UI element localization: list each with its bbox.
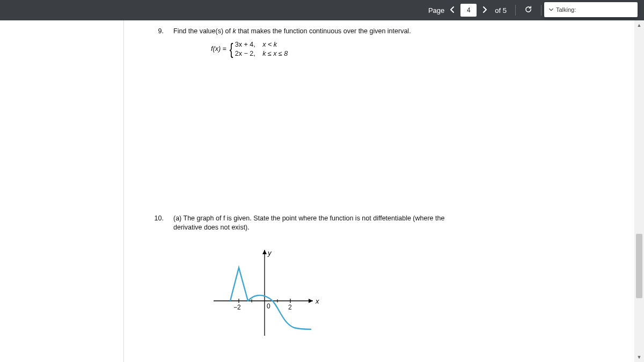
scroll-down-button[interactable]: ▼ [634, 352, 644, 362]
refresh-button[interactable] [522, 3, 535, 17]
page-label: Page [428, 6, 444, 14]
tick-label-0: 0 [267, 302, 270, 310]
y-axis-arrow-icon [262, 250, 267, 254]
left-brace-icon: { [229, 41, 233, 57]
chevron-right-icon [482, 6, 487, 13]
piecewise-cond-1: x < k [262, 41, 277, 48]
question-9: 9. Find the value(s) of k that makes the… [140, 27, 504, 58]
toolbar-divider [541, 5, 541, 16]
scroll-up-button[interactable]: ▲ [634, 20, 644, 30]
page-divider [123, 20, 124, 362]
graph-curve-right [248, 295, 311, 329]
scroll-thumb[interactable] [636, 234, 642, 298]
piecewise-expr-2: 2x − 2, [235, 50, 255, 57]
text: (a) The graph of f is given. State the p… [173, 215, 444, 231]
next-page-button[interactable] [480, 4, 489, 17]
graph-svg: y x −2 0 2 [206, 239, 324, 341]
vertical-scrollbar[interactable]: ▲ ▼ [634, 20, 644, 362]
x-axis-arrow-icon [309, 299, 313, 303]
talking-panel[interactable]: Talking: [544, 2, 638, 17]
axis-label-x: x [315, 297, 319, 305]
refresh-icon [524, 5, 532, 13]
question-prompt: (a) The graph of f is given. State the p… [173, 214, 452, 342]
chevron-left-icon [450, 6, 455, 13]
piecewise-rows: 3x + 4, x < k 2x − 2, k ≤ x ≤ 8 [235, 40, 288, 58]
page-number-input[interactable] [460, 4, 477, 17]
talking-label: Talking: [556, 6, 576, 13]
question-number: 10. [140, 214, 173, 223]
graph-figure: y x −2 0 2 [206, 239, 324, 341]
page-of-label: of 5 [495, 6, 507, 14]
toolbar: Page of 5 Talking: [0, 0, 644, 20]
question-prompt: Find the value(s) of k that makes the fu… [173, 27, 504, 58]
text: Find the value(s) of [173, 27, 232, 35]
tick-label-2: 2 [288, 304, 292, 311]
tick-label-neg2: −2 [233, 304, 241, 311]
graph-curve-left [230, 268, 248, 301]
text: that makes the function continuous over … [236, 27, 411, 35]
fx-label: f(x) = [211, 45, 226, 54]
page-navigator: Page of 5 [428, 0, 545, 20]
question-10: 10. (a) The graph of f is given. State t… [140, 214, 504, 342]
chevron-down-icon [548, 7, 554, 12]
piecewise-definition: f(x) = { 3x + 4, x < k 2x − 2, k ≤ x ≤ 8 [211, 40, 504, 58]
piecewise-cond-2: k ≤ x ≤ 8 [262, 50, 288, 57]
scroll-track[interactable] [634, 30, 644, 352]
document-page: 9. Find the value(s) of k that makes the… [140, 27, 504, 345]
question-number: 9. [140, 27, 173, 36]
toolbar-divider [515, 5, 516, 16]
piecewise-expr-1: 3x + 4, [235, 41, 255, 48]
prev-page-button[interactable] [448, 4, 457, 17]
document-viewport: 9. Find the value(s) of k that makes the… [0, 20, 634, 362]
axis-label-y: y [267, 249, 272, 257]
